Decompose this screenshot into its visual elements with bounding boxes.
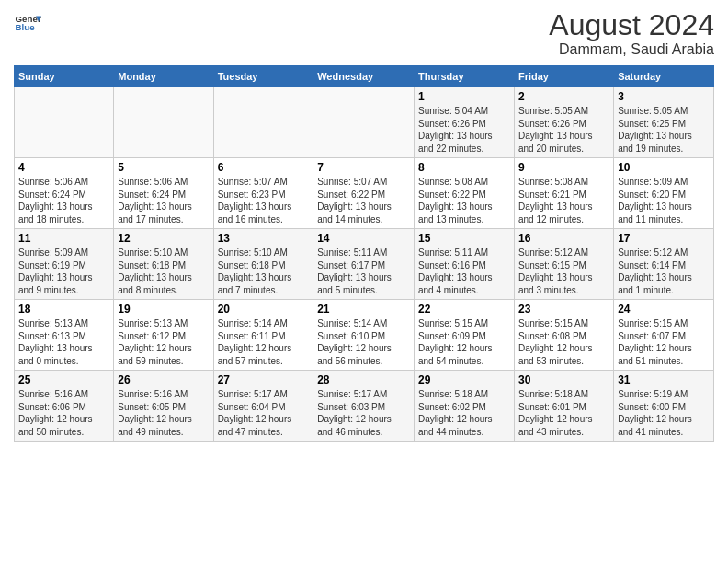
day-cell: 31Sunrise: 5:19 AM Sunset: 6:00 PM Dayli… [614, 371, 714, 442]
week-row-2: 4Sunrise: 5:06 AM Sunset: 6:24 PM Daylig… [15, 158, 714, 229]
day-header-thursday: Thursday [415, 66, 515, 87]
day-number: 5 [118, 161, 209, 174]
day-cell: 29Sunrise: 5:18 AM Sunset: 6:02 PM Dayli… [415, 371, 515, 442]
calendar-body: 1Sunrise: 5:04 AM Sunset: 6:26 PM Daylig… [15, 87, 714, 442]
day-cell: 4Sunrise: 5:06 AM Sunset: 6:24 PM Daylig… [15, 158, 114, 229]
day-cell: 26Sunrise: 5:16 AM Sunset: 6:05 PM Dayli… [114, 371, 213, 442]
day-number: 28 [317, 373, 410, 386]
day-number: 13 [218, 232, 310, 245]
day-header-sunday: Sunday [15, 66, 114, 87]
day-number: 11 [18, 232, 109, 245]
day-cell [114, 87, 213, 158]
day-cell: 9Sunrise: 5:08 AM Sunset: 6:21 PM Daylig… [514, 158, 613, 229]
day-cell: 15Sunrise: 5:11 AM Sunset: 6:16 PM Dayli… [415, 229, 515, 300]
calendar-header-row: SundayMondayTuesdayWednesdayThursdayFrid… [15, 66, 714, 87]
day-info: Sunrise: 5:06 AM Sunset: 6:24 PM Dayligh… [18, 176, 109, 225]
day-info: Sunrise: 5:15 AM Sunset: 6:09 PM Dayligh… [418, 317, 510, 367]
page: General Blue August 2024 Dammam, Saudi A… [0, 0, 728, 451]
day-info: Sunrise: 5:05 AM Sunset: 6:25 PM Dayligh… [618, 105, 710, 155]
day-header-saturday: Saturday [614, 66, 714, 87]
day-cell: 30Sunrise: 5:18 AM Sunset: 6:01 PM Dayli… [514, 371, 613, 442]
logo: General Blue [14, 9, 41, 37]
day-cell: 16Sunrise: 5:12 AM Sunset: 6:15 PM Dayli… [514, 229, 613, 300]
day-cell: 28Sunrise: 5:17 AM Sunset: 6:03 PM Dayli… [313, 371, 415, 442]
calendar-table: SundayMondayTuesdayWednesdayThursdayFrid… [14, 65, 714, 442]
title-block: August 2024 Dammam, Saudi Arabia [549, 9, 714, 58]
day-cell [213, 87, 313, 158]
day-number: 4 [18, 161, 109, 174]
main-title: August 2024 [549, 9, 714, 41]
day-number: 6 [218, 161, 310, 174]
day-number: 23 [518, 303, 609, 316]
day-cell: 10Sunrise: 5:09 AM Sunset: 6:20 PM Dayli… [614, 158, 714, 229]
day-header-tuesday: Tuesday [213, 66, 313, 87]
day-number: 17 [618, 232, 710, 245]
day-number: 24 [618, 303, 710, 316]
day-info: Sunrise: 5:05 AM Sunset: 6:26 PM Dayligh… [518, 105, 609, 155]
day-info: Sunrise: 5:16 AM Sunset: 6:06 PM Dayligh… [18, 388, 109, 438]
day-info: Sunrise: 5:11 AM Sunset: 6:17 PM Dayligh… [317, 247, 410, 296]
day-number: 18 [18, 303, 109, 316]
day-info: Sunrise: 5:04 AM Sunset: 6:26 PM Dayligh… [418, 105, 510, 155]
day-cell: 5Sunrise: 5:06 AM Sunset: 6:24 PM Daylig… [114, 158, 213, 229]
day-info: Sunrise: 5:08 AM Sunset: 6:21 PM Dayligh… [518, 176, 609, 225]
day-info: Sunrise: 5:12 AM Sunset: 6:15 PM Dayligh… [518, 247, 609, 296]
day-info: Sunrise: 5:18 AM Sunset: 6:02 PM Dayligh… [418, 388, 510, 438]
day-info: Sunrise: 5:08 AM Sunset: 6:22 PM Dayligh… [418, 176, 510, 225]
day-cell: 8Sunrise: 5:08 AM Sunset: 6:22 PM Daylig… [415, 158, 515, 229]
day-info: Sunrise: 5:09 AM Sunset: 6:19 PM Dayligh… [18, 247, 109, 296]
day-number: 25 [18, 373, 109, 386]
subtitle: Dammam, Saudi Arabia [549, 41, 714, 58]
logo-icon: General Blue [14, 9, 41, 37]
day-number: 14 [317, 232, 410, 245]
day-number: 12 [118, 232, 209, 245]
day-info: Sunrise: 5:17 AM Sunset: 6:03 PM Dayligh… [317, 388, 410, 438]
day-cell: 20Sunrise: 5:14 AM Sunset: 6:11 PM Dayli… [213, 300, 313, 371]
day-number: 9 [518, 161, 609, 174]
day-info: Sunrise: 5:13 AM Sunset: 6:12 PM Dayligh… [118, 317, 209, 367]
day-cell: 2Sunrise: 5:05 AM Sunset: 6:26 PM Daylig… [514, 87, 613, 158]
day-info: Sunrise: 5:14 AM Sunset: 6:11 PM Dayligh… [218, 317, 310, 367]
day-info: Sunrise: 5:09 AM Sunset: 6:20 PM Dayligh… [618, 176, 710, 225]
day-cell: 6Sunrise: 5:07 AM Sunset: 6:23 PM Daylig… [213, 158, 313, 229]
week-row-4: 18Sunrise: 5:13 AM Sunset: 6:13 PM Dayli… [15, 300, 714, 371]
day-number: 16 [518, 232, 609, 245]
day-header-wednesday: Wednesday [313, 66, 415, 87]
day-number: 8 [418, 161, 510, 174]
week-row-3: 11Sunrise: 5:09 AM Sunset: 6:19 PM Dayli… [15, 229, 714, 300]
day-info: Sunrise: 5:07 AM Sunset: 6:22 PM Dayligh… [317, 176, 410, 225]
day-info: Sunrise: 5:14 AM Sunset: 6:10 PM Dayligh… [317, 317, 410, 367]
day-cell: 23Sunrise: 5:15 AM Sunset: 6:08 PM Dayli… [514, 300, 613, 371]
day-info: Sunrise: 5:11 AM Sunset: 6:16 PM Dayligh… [418, 247, 510, 296]
day-info: Sunrise: 5:06 AM Sunset: 6:24 PM Dayligh… [118, 176, 209, 225]
day-header-friday: Friday [514, 66, 613, 87]
day-cell: 17Sunrise: 5:12 AM Sunset: 6:14 PM Dayli… [614, 229, 714, 300]
day-number: 26 [118, 373, 209, 386]
day-cell: 1Sunrise: 5:04 AM Sunset: 6:26 PM Daylig… [415, 87, 515, 158]
day-number: 1 [418, 90, 510, 103]
day-cell: 7Sunrise: 5:07 AM Sunset: 6:22 PM Daylig… [313, 158, 415, 229]
day-info: Sunrise: 5:12 AM Sunset: 6:14 PM Dayligh… [618, 247, 710, 296]
day-cell: 14Sunrise: 5:11 AM Sunset: 6:17 PM Dayli… [313, 229, 415, 300]
day-info: Sunrise: 5:10 AM Sunset: 6:18 PM Dayligh… [218, 247, 310, 296]
day-info: Sunrise: 5:18 AM Sunset: 6:01 PM Dayligh… [518, 388, 609, 438]
day-header-monday: Monday [114, 66, 213, 87]
day-cell: 27Sunrise: 5:17 AM Sunset: 6:04 PM Dayli… [213, 371, 313, 442]
day-cell: 12Sunrise: 5:10 AM Sunset: 6:18 PM Dayli… [114, 229, 213, 300]
day-info: Sunrise: 5:07 AM Sunset: 6:23 PM Dayligh… [218, 176, 310, 225]
day-info: Sunrise: 5:17 AM Sunset: 6:04 PM Dayligh… [218, 388, 310, 438]
day-cell [313, 87, 415, 158]
day-number: 21 [317, 303, 410, 316]
day-number: 7 [317, 161, 410, 174]
day-number: 27 [218, 373, 310, 386]
day-number: 15 [418, 232, 510, 245]
header: General Blue August 2024 Dammam, Saudi A… [14, 9, 714, 58]
day-info: Sunrise: 5:15 AM Sunset: 6:08 PM Dayligh… [518, 317, 609, 367]
week-row-1: 1Sunrise: 5:04 AM Sunset: 6:26 PM Daylig… [15, 87, 714, 158]
day-number: 2 [518, 90, 609, 103]
day-info: Sunrise: 5:15 AM Sunset: 6:07 PM Dayligh… [618, 317, 710, 367]
day-info: Sunrise: 5:13 AM Sunset: 6:13 PM Dayligh… [18, 317, 109, 367]
day-cell: 24Sunrise: 5:15 AM Sunset: 6:07 PM Dayli… [614, 300, 714, 371]
day-number: 22 [418, 303, 510, 316]
day-cell: 21Sunrise: 5:14 AM Sunset: 6:10 PM Dayli… [313, 300, 415, 371]
